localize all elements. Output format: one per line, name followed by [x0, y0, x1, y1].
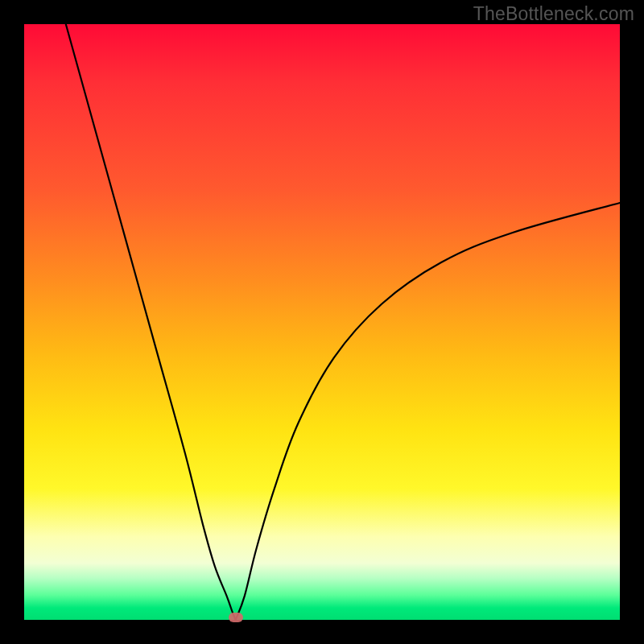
- curve-left-branch: [66, 24, 236, 620]
- curve-right-branch: [236, 203, 620, 620]
- watermark-text: TheBottleneck.com: [473, 3, 634, 25]
- chart-stage: TheBottleneck.com: [0, 0, 644, 644]
- bottleneck-curve: [24, 24, 620, 620]
- plot-area: [24, 24, 620, 620]
- vertex-marker: [229, 613, 243, 622]
